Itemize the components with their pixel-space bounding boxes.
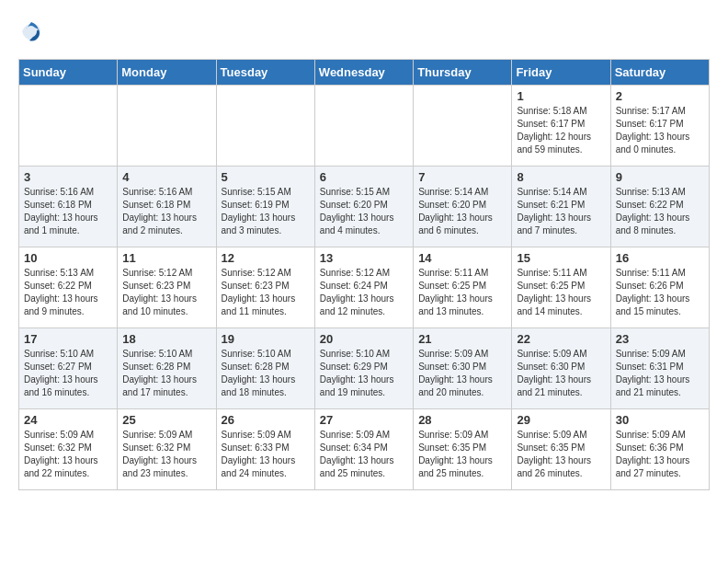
- day-number: 16: [616, 251, 704, 265]
- day-number: 4: [122, 170, 210, 184]
- logo-icon: [18, 18, 44, 44]
- calendar-cell: 19Sunrise: 5:10 AM Sunset: 6:28 PM Dayli…: [216, 328, 314, 409]
- cell-info: Sunrise: 5:10 AM Sunset: 6:29 PM Dayligh…: [320, 348, 408, 399]
- cell-info: Sunrise: 5:12 AM Sunset: 6:23 PM Dayligh…: [122, 267, 210, 318]
- cell-info: Sunrise: 5:09 AM Sunset: 6:33 PM Dayligh…: [222, 429, 310, 480]
- cell-info: Sunrise: 5:13 AM Sunset: 6:22 PM Dayligh…: [616, 186, 704, 237]
- logo: [18, 18, 48, 44]
- day-number: 10: [24, 251, 112, 265]
- day-number: 26: [222, 413, 310, 427]
- day-number: 24: [24, 413, 112, 427]
- calendar-cell: 25Sunrise: 5:09 AM Sunset: 6:32 PM Dayli…: [118, 409, 216, 490]
- calendar-cell: [216, 86, 314, 167]
- day-number: 27: [320, 413, 408, 427]
- day-header-monday: Monday: [118, 60, 216, 86]
- day-number: 23: [616, 332, 704, 346]
- cell-info: Sunrise: 5:10 AM Sunset: 6:28 PM Dayligh…: [222, 348, 310, 399]
- calendar-cell: 23Sunrise: 5:09 AM Sunset: 6:31 PM Dayli…: [610, 328, 709, 409]
- calendar-cell: 4Sunrise: 5:16 AM Sunset: 6:18 PM Daylig…: [118, 167, 216, 247]
- week-row-3: 10Sunrise: 5:13 AM Sunset: 6:22 PM Dayli…: [19, 247, 710, 328]
- day-number: 6: [320, 170, 408, 184]
- cell-info: Sunrise: 5:13 AM Sunset: 6:22 PM Dayligh…: [24, 267, 112, 318]
- calendar-cell: 6Sunrise: 5:15 AM Sunset: 6:20 PM Daylig…: [314, 167, 413, 247]
- cell-info: Sunrise: 5:09 AM Sunset: 6:34 PM Dayligh…: [320, 429, 408, 480]
- cell-info: Sunrise: 5:09 AM Sunset: 6:35 PM Dayligh…: [418, 429, 506, 480]
- day-number: 5: [222, 170, 310, 184]
- day-number: 21: [418, 332, 506, 346]
- cell-info: Sunrise: 5:09 AM Sunset: 6:32 PM Dayligh…: [24, 429, 112, 480]
- cell-info: Sunrise: 5:17 AM Sunset: 6:17 PM Dayligh…: [616, 105, 704, 156]
- cell-info: Sunrise: 5:09 AM Sunset: 6:30 PM Dayligh…: [517, 348, 605, 399]
- calendar-cell: 28Sunrise: 5:09 AM Sunset: 6:35 PM Dayli…: [414, 409, 512, 490]
- cell-info: Sunrise: 5:15 AM Sunset: 6:19 PM Dayligh…: [222, 186, 310, 237]
- calendar-cell: 16Sunrise: 5:11 AM Sunset: 6:26 PM Dayli…: [610, 247, 709, 328]
- day-header-saturday: Saturday: [610, 60, 709, 86]
- calendar-cell: 21Sunrise: 5:09 AM Sunset: 6:30 PM Dayli…: [414, 328, 512, 409]
- day-number: 22: [517, 332, 605, 346]
- cell-info: Sunrise: 5:16 AM Sunset: 6:18 PM Dayligh…: [24, 186, 112, 237]
- day-number: 15: [517, 251, 605, 265]
- day-number: 1: [517, 89, 605, 103]
- calendar-cell: 29Sunrise: 5:09 AM Sunset: 6:35 PM Dayli…: [512, 409, 610, 490]
- day-number: 28: [418, 413, 506, 427]
- header-row: SundayMondayTuesdayWednesdayThursdayFrid…: [19, 60, 710, 86]
- cell-info: Sunrise: 5:11 AM Sunset: 6:25 PM Dayligh…: [418, 267, 506, 318]
- cell-info: Sunrise: 5:10 AM Sunset: 6:28 PM Dayligh…: [122, 348, 210, 399]
- calendar-cell: [19, 86, 118, 167]
- day-number: 29: [517, 413, 605, 427]
- cell-info: Sunrise: 5:09 AM Sunset: 6:30 PM Dayligh…: [418, 348, 506, 399]
- day-header-thursday: Thursday: [414, 60, 512, 86]
- calendar-cell: 2Sunrise: 5:17 AM Sunset: 6:17 PM Daylig…: [610, 86, 709, 167]
- calendar-cell: 27Sunrise: 5:09 AM Sunset: 6:34 PM Dayli…: [314, 409, 413, 490]
- day-number: 9: [616, 170, 704, 184]
- calendar-table: SundayMondayTuesdayWednesdayThursdayFrid…: [18, 59, 710, 490]
- cell-info: Sunrise: 5:12 AM Sunset: 6:24 PM Dayligh…: [320, 267, 408, 318]
- day-number: 20: [320, 332, 408, 346]
- day-number: 2: [616, 89, 704, 103]
- calendar-cell: 14Sunrise: 5:11 AM Sunset: 6:25 PM Dayli…: [414, 247, 512, 328]
- day-number: 8: [517, 170, 605, 184]
- day-number: 18: [122, 332, 210, 346]
- cell-info: Sunrise: 5:14 AM Sunset: 6:21 PM Dayligh…: [517, 186, 605, 237]
- cell-info: Sunrise: 5:11 AM Sunset: 6:25 PM Dayligh…: [517, 267, 605, 318]
- calendar-cell: 17Sunrise: 5:10 AM Sunset: 6:27 PM Dayli…: [19, 328, 118, 409]
- day-header-friday: Friday: [512, 60, 610, 86]
- calendar-cell: 13Sunrise: 5:12 AM Sunset: 6:24 PM Dayli…: [314, 247, 413, 328]
- day-header-wednesday: Wednesday: [314, 60, 413, 86]
- cell-info: Sunrise: 5:18 AM Sunset: 6:17 PM Dayligh…: [517, 105, 605, 156]
- cell-info: Sunrise: 5:09 AM Sunset: 6:31 PM Dayligh…: [616, 348, 704, 399]
- calendar-cell: 12Sunrise: 5:12 AM Sunset: 6:23 PM Dayli…: [216, 247, 314, 328]
- calendar-cell: [118, 86, 216, 167]
- day-number: 14: [418, 251, 506, 265]
- week-row-5: 24Sunrise: 5:09 AM Sunset: 6:32 PM Dayli…: [19, 409, 710, 490]
- calendar-cell: 20Sunrise: 5:10 AM Sunset: 6:29 PM Dayli…: [314, 328, 413, 409]
- day-number: 11: [122, 251, 210, 265]
- calendar-cell: 5Sunrise: 5:15 AM Sunset: 6:19 PM Daylig…: [216, 167, 314, 247]
- day-number: 19: [222, 332, 310, 346]
- day-number: 17: [24, 332, 112, 346]
- calendar-cell: 10Sunrise: 5:13 AM Sunset: 6:22 PM Dayli…: [19, 247, 118, 328]
- day-number: 30: [616, 413, 704, 427]
- calendar-cell: 3Sunrise: 5:16 AM Sunset: 6:18 PM Daylig…: [19, 167, 118, 247]
- cell-info: Sunrise: 5:09 AM Sunset: 6:36 PM Dayligh…: [616, 429, 704, 480]
- cell-info: Sunrise: 5:09 AM Sunset: 6:35 PM Dayligh…: [517, 429, 605, 480]
- cell-info: Sunrise: 5:11 AM Sunset: 6:26 PM Dayligh…: [616, 267, 704, 318]
- week-row-2: 3Sunrise: 5:16 AM Sunset: 6:18 PM Daylig…: [19, 167, 710, 247]
- header: [18, 18, 710, 44]
- day-header-sunday: Sunday: [19, 60, 118, 86]
- calendar-cell: [414, 86, 512, 167]
- week-row-4: 17Sunrise: 5:10 AM Sunset: 6:27 PM Dayli…: [19, 328, 710, 409]
- day-number: 25: [122, 413, 210, 427]
- calendar-cell: 1Sunrise: 5:18 AM Sunset: 6:17 PM Daylig…: [512, 86, 610, 167]
- day-number: 7: [418, 170, 506, 184]
- cell-info: Sunrise: 5:09 AM Sunset: 6:32 PM Dayligh…: [122, 429, 210, 480]
- calendar-cell: 7Sunrise: 5:14 AM Sunset: 6:20 PM Daylig…: [414, 167, 512, 247]
- cell-info: Sunrise: 5:10 AM Sunset: 6:27 PM Dayligh…: [24, 348, 112, 399]
- calendar-cell: 24Sunrise: 5:09 AM Sunset: 6:32 PM Dayli…: [19, 409, 118, 490]
- cell-info: Sunrise: 5:15 AM Sunset: 6:20 PM Dayligh…: [320, 186, 408, 237]
- cell-info: Sunrise: 5:14 AM Sunset: 6:20 PM Dayligh…: [418, 186, 506, 237]
- calendar-cell: 30Sunrise: 5:09 AM Sunset: 6:36 PM Dayli…: [610, 409, 709, 490]
- day-header-tuesday: Tuesday: [216, 60, 314, 86]
- calendar-cell: 22Sunrise: 5:09 AM Sunset: 6:30 PM Dayli…: [512, 328, 610, 409]
- calendar-cell: [314, 86, 413, 167]
